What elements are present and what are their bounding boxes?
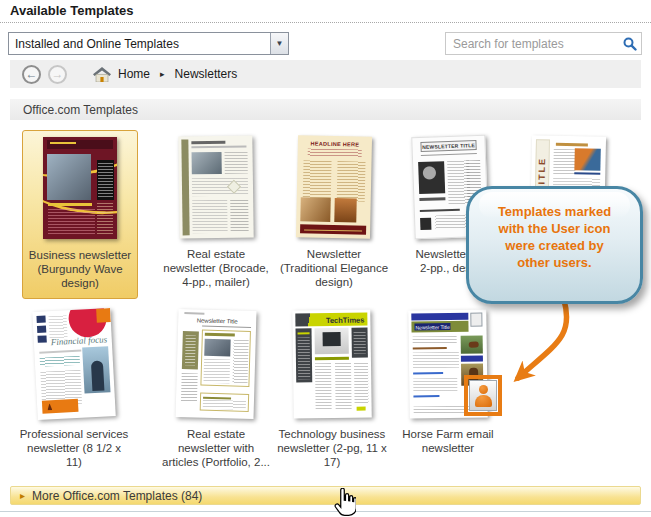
template-tile-professional-services[interactable]: Financial focus Professional services ne… xyxy=(14,306,134,469)
hand-cursor xyxy=(334,488,356,516)
template-thumbnail[interactable]: Financial focus xyxy=(32,308,116,420)
template-label: Technology business newsletter (2-pg, 11… xyxy=(272,427,392,469)
template-tile-technology-business[interactable]: TechTimes Technology business newsletter… xyxy=(272,306,392,469)
back-arrow-icon: ← xyxy=(26,68,38,80)
more-templates-label: More Office.com Templates (84) xyxy=(32,489,202,503)
template-thumbnail[interactable]: TechTimes xyxy=(292,309,372,418)
forward-arrow-icon: → xyxy=(52,68,64,80)
available-templates-screen: Available Templates Installed and Online… xyxy=(0,0,651,517)
back-button[interactable]: ← xyxy=(22,65,41,84)
user-icon-highlight xyxy=(464,375,502,416)
search-box[interactable] xyxy=(445,32,642,55)
template-tile-traditional-elegance[interactable]: HEADLINE HERE Newsletter (Traditional El… xyxy=(276,130,392,289)
template-thumbnail[interactable]: Newsletter Title xyxy=(176,309,257,419)
template-label: Real estate newsletter (Brocade, 4-pp., … xyxy=(158,247,274,289)
breadcrumb-home[interactable]: Home xyxy=(118,67,150,81)
filter-selected-value: Installed and Online Templates xyxy=(9,37,270,51)
template-label: Business newsletter (Burgundy Wave desig… xyxy=(23,248,137,290)
template-thumbnail[interactable] xyxy=(178,135,253,238)
dropdown-button[interactable]: ▼ xyxy=(270,33,288,54)
thumb-photo xyxy=(204,339,230,357)
page-title: Available Templates xyxy=(10,3,134,18)
thumb-title: Newsletter Title xyxy=(178,317,256,325)
template-label: Horse Farm email newsletter xyxy=(388,427,508,455)
template-thumbnail[interactable]: HEADLINE HERE xyxy=(296,135,372,239)
expander-triangle-icon: ▸ xyxy=(20,491,25,501)
template-label: Professional services newsletter (8 1/2 … xyxy=(14,427,134,469)
section-title: Office.com Templates xyxy=(23,103,138,117)
section-header: Office.com Templates xyxy=(10,99,641,120)
forward-button[interactable]: → xyxy=(48,65,67,84)
home-icon[interactable] xyxy=(93,67,111,82)
search-input[interactable] xyxy=(446,37,619,51)
search-icon[interactable] xyxy=(619,37,641,51)
template-thumbnail[interactable] xyxy=(43,137,117,239)
chevron-down-icon: ▼ xyxy=(276,40,284,48)
breadcrumb-current[interactable]: Newsletters xyxy=(175,67,238,81)
template-tile-business-newsletter[interactable]: Business newsletter (Burgundy Wave desig… xyxy=(22,130,138,299)
template-tile-real-estate-portfolio[interactable]: Newsletter Title Real estate newsletter … xyxy=(156,306,276,469)
template-filter-dropdown[interactable]: Installed and Online Templates ▼ xyxy=(8,32,289,55)
thumb-title: TechTimes xyxy=(326,316,365,326)
thumb-title: Newsletter Title xyxy=(415,324,449,330)
template-label: Real estate newsletter with articles (Po… xyxy=(156,427,276,469)
navigation-bar: ← → Home ▸ Newsletters xyxy=(10,60,641,88)
thumb-photo xyxy=(334,198,356,222)
thumb-photo xyxy=(192,152,222,174)
bottom-separator xyxy=(0,511,651,512)
thumb-title: Financial focus xyxy=(51,334,108,347)
more-templates-expander[interactable]: ▸ More Office.com Templates (84) xyxy=(10,486,641,505)
template-tile-real-estate-brocade[interactable]: Real estate newsletter (Brocade, 4-pp., … xyxy=(158,130,274,289)
title-separator xyxy=(0,22,651,23)
thumb-photo xyxy=(300,197,330,222)
callout-bubble: Templates marked with the User icon were… xyxy=(466,186,643,304)
breadcrumb-separator-icon: ▸ xyxy=(160,69,165,79)
thumb-title: HEADLINE HERE xyxy=(298,140,372,148)
thumb-photo xyxy=(574,148,600,171)
template-label: Newsletter (Traditional Elegance design) xyxy=(276,247,392,289)
thumb-photo xyxy=(418,161,445,194)
callout-text: Templates marked with the User icon were… xyxy=(469,189,640,272)
